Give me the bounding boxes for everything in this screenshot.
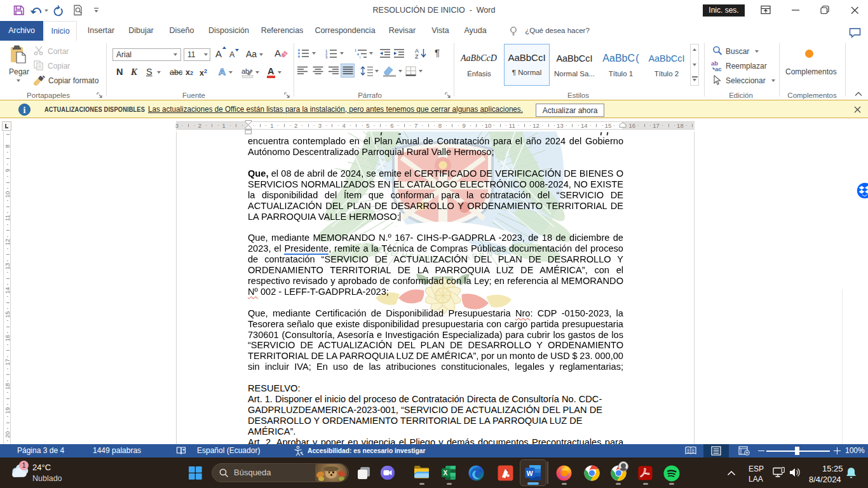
svg-text:X: X (444, 470, 448, 477)
svg-text:A: A (275, 48, 281, 58)
svg-text:i: i (360, 55, 360, 58)
svg-text:ac: ac (715, 65, 722, 72)
svg-text:3: 3 (325, 55, 328, 58)
svg-text:1: 1 (355, 48, 356, 52)
svg-text:Z: Z (415, 53, 419, 59)
svg-text:W: W (527, 470, 533, 477)
